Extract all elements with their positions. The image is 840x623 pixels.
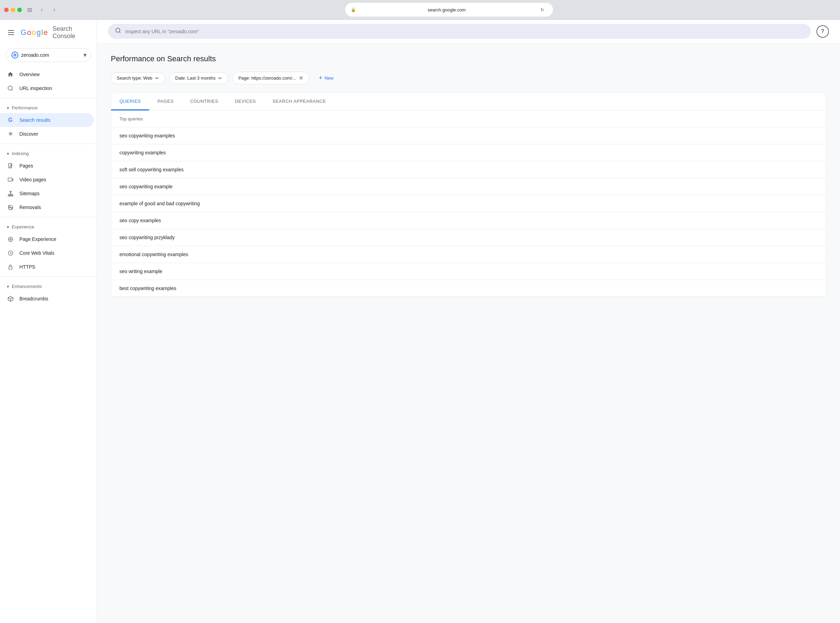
performance-section-label: Performance [12,105,37,110]
back-btn[interactable]: ‹ [37,5,47,15]
table-row[interactable]: seo writing example [111,263,826,280]
tab-countries[interactable]: COUNTRIES [182,93,226,110]
experience-section-header[interactable]: ▾ Experience [0,220,97,232]
sidebar-item-url-inspection[interactable]: URL inspection [0,81,94,95]
table-row[interactable]: seo copywriting przykłady [111,229,826,246]
tab-queries[interactable]: QUERIES [111,93,149,110]
svg-rect-29 [9,267,12,269]
svg-point-3 [14,54,16,56]
search-results-label: Search results [19,117,50,123]
lock-icon: 🔒 [351,7,356,12]
discover-label: Discover [19,131,38,137]
query-cell: seo copywriting example [111,178,826,195]
minimize-button-tl[interactable] [11,8,15,12]
experience-section-label: Experience [12,224,34,229]
hamburger-btn[interactable] [6,26,16,39]
table-row[interactable]: example of good and bad copywriting [111,195,826,212]
breadcrumbs-label: Breadcrumbs [19,296,48,301]
svg-point-4 [8,86,12,90]
query-cell: soft sell copywriting examples [111,161,826,178]
home-icon [7,71,14,78]
filter-chip-date[interactable]: Date: Last 3 months ✏ [169,72,228,84]
sidebar-toggle-browser-btn[interactable]: ⊟ [25,5,34,15]
svg-rect-1 [8,32,14,33]
sitemaps-icon [7,190,14,197]
performance-section-header[interactable]: ▾ Performance [0,101,97,113]
https-label: HTTPS [19,264,35,270]
sidebar-item-overview[interactable]: Overview [0,68,94,81]
removals-icon [7,204,14,211]
sidebar-item-breadcrumbs[interactable]: Breadcrumbs [0,292,94,305]
svg-point-32 [116,28,120,32]
lock-nav-icon [7,263,14,270]
breadcrumbs-icon [7,295,14,302]
enhancements-section-label: Enhancements [12,284,42,289]
forward-btn[interactable]: › [49,5,59,15]
query-cell: seo copywriting przykłady [111,229,826,246]
indexing-section-label: Indexing [12,151,29,156]
google-g-icon: G [7,117,14,124]
query-cell: example of good and bad copywriting [111,195,826,212]
svg-rect-12 [10,195,11,196]
collapse-icon-4: ▾ [7,284,9,289]
table-row[interactable]: copywriting examples [111,144,826,161]
url-inspection-input[interactable] [125,29,804,34]
url-text: search.google.com [359,7,535,12]
add-filter-label: New [324,75,333,81]
traffic-lights [4,8,22,12]
collapse-icon: ▾ [7,106,9,110]
close-button-tl[interactable] [4,8,9,12]
svg-rect-2 [8,34,14,35]
sidebar-item-video-pages[interactable]: Video pages [0,173,94,187]
sidebar-item-removals[interactable]: Removals [0,200,94,214]
table-section-header-row: Top queries [111,111,826,127]
reload-btn[interactable]: ↻ [538,5,547,15]
filter-chip-search-type[interactable]: Search type: Web ✏ [111,72,165,84]
edit-icon-date[interactable]: ✏ [218,75,222,81]
filter-chip-page[interactable]: Page: https://zeroado.com/... ✕ [232,72,309,84]
plus-icon: + [319,74,323,82]
sidebar-item-search-results[interactable]: G Search results [0,113,94,127]
indexing-section-header[interactable]: ▾ Indexing [0,147,97,159]
pages-label: Pages [19,163,33,169]
table-row[interactable]: soft sell copywriting examples [111,161,826,178]
url-inspection-search[interactable] [108,24,811,39]
maximize-button-tl[interactable] [17,8,22,12]
property-selector[interactable]: zeroado.com ▾ [6,48,91,62]
query-cell: seo writing example [111,263,826,280]
table-row[interactable]: seo copy examples [111,212,826,229]
search-small-icon [7,85,14,92]
sidebar-item-pages[interactable]: Pages [0,159,94,173]
page-experience-icon [7,236,14,242]
help-button[interactable]: ? [817,25,829,38]
address-bar[interactable]: 🔒 search.google.com ↻ [345,3,553,17]
app-container: Google Search Console zeroado.com ▾ Over… [0,20,840,623]
query-cell: emotional copywriting examples [111,246,826,263]
tabs-bar: QUERIES PAGES COUNTRIES DEVICES SEARCH A… [111,93,826,111]
sidebar-item-sitemaps[interactable]: Sitemaps [0,187,94,200]
tab-search-appearance[interactable]: SEARCH APPEARANCE [264,93,334,110]
table-row[interactable]: seo copywriting example [111,178,826,195]
collapse-icon-2: ▾ [7,151,9,156]
table-row[interactable]: seo copywriting examples [111,127,826,144]
top-queries-header: Top queries [111,111,826,127]
content-area: Performance on Search results Search typ… [97,43,840,308]
tab-pages[interactable]: PAGES [149,93,182,110]
core-web-vitals-icon [7,250,14,256]
close-icon-page[interactable]: ✕ [299,75,303,81]
table-row[interactable]: emotional copywriting examples [111,246,826,263]
edit-icon-search-type[interactable]: ✏ [155,75,159,81]
enhancements-section-header[interactable]: ▾ Enhancements [0,280,97,292]
browser-chrome: ⊟ ‹ › 🔒 search.google.com ↻ [0,0,840,20]
sidebar-item-https[interactable]: HTTPS [0,260,94,274]
sidebar-item-discover[interactable]: ✳ Discover [0,127,94,141]
sidebar-item-page-experience[interactable]: Page Experience [0,232,94,246]
video-pages-label: Video pages [19,177,46,183]
add-filter-button[interactable]: + New [313,72,339,84]
table-row[interactable]: best copywriting examples [111,280,826,297]
sidebar-item-core-web-vitals[interactable]: Core Web Vitals [0,246,94,260]
chevron-down-icon: ▾ [83,51,86,59]
nav-divider-3 [0,217,97,217]
nav-divider-2 [0,144,97,144]
tab-devices[interactable]: DEVICES [226,93,264,110]
